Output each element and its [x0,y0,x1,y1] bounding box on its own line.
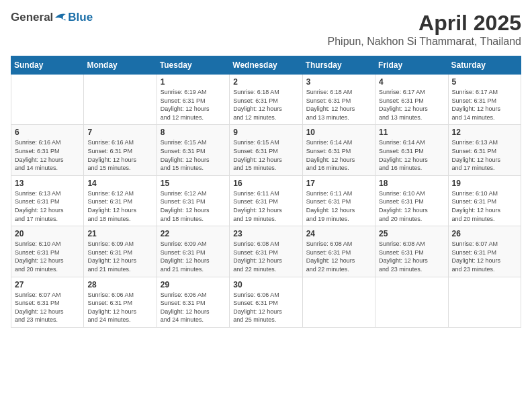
calendar-cell [84,75,157,125]
day-number: 7 [87,128,152,137]
day-info: Sunrise: 6:16 AM Sunset: 6:31 PM Dayligh… [87,138,152,172]
day-info: Sunrise: 6:12 AM Sunset: 6:31 PM Dayligh… [87,189,152,223]
calendar-week-2: 6Sunrise: 6:16 AM Sunset: 6:31 PM Daylig… [11,125,521,175]
day-number: 30 [233,280,298,289]
calendar-cell: 1Sunrise: 6:19 AM Sunset: 6:31 PM Daylig… [157,75,229,125]
day-info: Sunrise: 6:09 AM Sunset: 6:31 PM Dayligh… [161,240,226,273]
day-header-tuesday: Tuesday [157,56,229,75]
day-number: 29 [161,280,226,289]
day-number: 8 [161,128,226,137]
day-number: 6 [15,128,80,137]
calendar-cell: 6Sunrise: 6:16 AM Sunset: 6:31 PM Daylig… [11,125,84,175]
calendar-cell: 13Sunrise: 6:13 AM Sunset: 6:31 PM Dayli… [11,175,84,226]
calendar-cell: 27Sunrise: 6:07 AM Sunset: 6:31 PM Dayli… [11,277,84,327]
calendar-body: 1Sunrise: 6:19 AM Sunset: 6:31 PM Daylig… [11,75,521,328]
day-header-saturday: Saturday [448,56,521,75]
calendar-cell: 21Sunrise: 6:09 AM Sunset: 6:31 PM Dayli… [84,226,157,277]
logo-general: General [11,11,53,24]
day-number: 4 [379,77,444,87]
calendar-week-4: 20Sunrise: 6:10 AM Sunset: 6:31 PM Dayli… [11,226,521,277]
day-number: 17 [306,179,371,188]
calendar-cell: 18Sunrise: 6:10 AM Sunset: 6:31 PM Dayli… [375,175,448,226]
calendar-cell: 24Sunrise: 6:08 AM Sunset: 6:31 PM Dayli… [302,226,375,277]
logo: General Blue [11,11,93,24]
day-info: Sunrise: 6:10 AM Sunset: 6:31 PM Dayligh… [452,189,517,223]
calendar-cell: 29Sunrise: 6:06 AM Sunset: 6:31 PM Dayli… [157,277,229,327]
day-info: Sunrise: 6:10 AM Sunset: 6:31 PM Dayligh… [379,189,444,223]
day-number: 12 [452,128,517,137]
day-number: 10 [306,128,371,137]
day-info: Sunrise: 6:06 AM Sunset: 6:31 PM Dayligh… [87,291,152,324]
calendar-week-3: 13Sunrise: 6:13 AM Sunset: 6:31 PM Dayli… [11,175,521,226]
day-header-sunday: Sunday [11,56,84,75]
calendar: SundayMondayTuesdayWednesdayThursdayFrid… [11,56,521,328]
day-info: Sunrise: 6:06 AM Sunset: 6:31 PM Dayligh… [233,291,298,324]
calendar-cell: 16Sunrise: 6:11 AM Sunset: 6:31 PM Dayli… [230,175,302,226]
day-info: Sunrise: 6:18 AM Sunset: 6:31 PM Dayligh… [306,88,371,122]
calendar-cell: 4Sunrise: 6:17 AM Sunset: 6:31 PM Daylig… [375,75,448,125]
day-header-friday: Friday [375,56,448,75]
calendar-cell: 15Sunrise: 6:12 AM Sunset: 6:31 PM Dayli… [157,175,229,226]
month-title: April 2025 [328,11,521,36]
day-info: Sunrise: 6:07 AM Sunset: 6:31 PM Dayligh… [452,240,517,273]
day-header-thursday: Thursday [302,56,375,75]
day-number: 18 [379,179,444,188]
day-info: Sunrise: 6:15 AM Sunset: 6:31 PM Dayligh… [233,138,298,172]
day-number: 25 [379,229,444,238]
calendar-cell [375,277,448,327]
calendar-cell: 11Sunrise: 6:14 AM Sunset: 6:31 PM Dayli… [375,125,448,175]
calendar-header-row: SundayMondayTuesdayWednesdayThursdayFrid… [11,56,521,75]
calendar-week-5: 27Sunrise: 6:07 AM Sunset: 6:31 PM Dayli… [11,277,521,327]
calendar-cell: 5Sunrise: 6:17 AM Sunset: 6:31 PM Daylig… [448,75,521,125]
day-info: Sunrise: 6:16 AM Sunset: 6:31 PM Dayligh… [15,138,80,172]
day-info: Sunrise: 6:11 AM Sunset: 6:31 PM Dayligh… [306,189,371,223]
day-number: 2 [233,77,298,87]
day-info: Sunrise: 6:19 AM Sunset: 6:31 PM Dayligh… [161,88,226,122]
day-info: Sunrise: 6:15 AM Sunset: 6:31 PM Dayligh… [161,138,226,172]
calendar-week-1: 1Sunrise: 6:19 AM Sunset: 6:31 PM Daylig… [11,75,521,125]
location-title: Phipun, Nakhon Si Thammarat, Thailand [328,36,521,48]
day-info: Sunrise: 6:13 AM Sunset: 6:31 PM Dayligh… [452,138,517,172]
day-info: Sunrise: 6:18 AM Sunset: 6:31 PM Dayligh… [233,88,298,122]
calendar-cell: 30Sunrise: 6:06 AM Sunset: 6:31 PM Dayli… [230,277,302,327]
calendar-cell: 7Sunrise: 6:16 AM Sunset: 6:31 PM Daylig… [84,125,157,175]
day-number: 15 [161,179,226,188]
day-number: 22 [161,229,226,238]
day-number: 9 [233,128,298,137]
day-info: Sunrise: 6:08 AM Sunset: 6:31 PM Dayligh… [306,240,371,273]
day-info: Sunrise: 6:11 AM Sunset: 6:31 PM Dayligh… [233,189,298,223]
day-number: 23 [233,229,298,238]
day-info: Sunrise: 6:13 AM Sunset: 6:31 PM Dayligh… [15,189,80,223]
day-number: 24 [306,229,371,238]
day-number: 3 [306,77,371,87]
day-header-wednesday: Wednesday [230,56,302,75]
calendar-cell: 22Sunrise: 6:09 AM Sunset: 6:31 PM Dayli… [157,226,229,277]
calendar-cell [11,75,84,125]
day-header-monday: Monday [84,56,157,75]
day-number: 16 [233,179,298,188]
calendar-cell: 2Sunrise: 6:18 AM Sunset: 6:31 PM Daylig… [230,75,302,125]
title-area: April 2025 Phipun, Nakhon Si Thammarat, … [328,11,521,48]
day-info: Sunrise: 6:06 AM Sunset: 6:31 PM Dayligh… [161,291,226,324]
calendar-cell: 23Sunrise: 6:08 AM Sunset: 6:31 PM Dayli… [230,226,302,277]
calendar-cell: 26Sunrise: 6:07 AM Sunset: 6:31 PM Dayli… [448,226,521,277]
calendar-cell: 19Sunrise: 6:10 AM Sunset: 6:31 PM Dayli… [448,175,521,226]
day-info: Sunrise: 6:09 AM Sunset: 6:31 PM Dayligh… [87,240,152,273]
calendar-cell: 20Sunrise: 6:10 AM Sunset: 6:31 PM Dayli… [11,226,84,277]
calendar-cell: 12Sunrise: 6:13 AM Sunset: 6:31 PM Dayli… [448,125,521,175]
day-info: Sunrise: 6:12 AM Sunset: 6:31 PM Dayligh… [161,189,226,223]
day-info: Sunrise: 6:17 AM Sunset: 6:31 PM Dayligh… [379,88,444,122]
logo-icon [54,11,67,24]
day-info: Sunrise: 6:10 AM Sunset: 6:31 PM Dayligh… [15,240,80,273]
day-number: 20 [15,229,80,238]
day-number: 1 [161,77,226,87]
day-info: Sunrise: 6:08 AM Sunset: 6:31 PM Dayligh… [379,240,444,273]
day-number: 27 [15,280,80,289]
day-info: Sunrise: 6:08 AM Sunset: 6:31 PM Dayligh… [233,240,298,273]
day-number: 21 [87,229,152,238]
day-number: 5 [452,77,517,87]
calendar-cell: 28Sunrise: 6:06 AM Sunset: 6:31 PM Dayli… [84,277,157,327]
header: General Blue April 2025 Phipun, Nakhon S… [11,11,521,48]
calendar-cell: 9Sunrise: 6:15 AM Sunset: 6:31 PM Daylig… [230,125,302,175]
day-number: 13 [15,179,80,188]
